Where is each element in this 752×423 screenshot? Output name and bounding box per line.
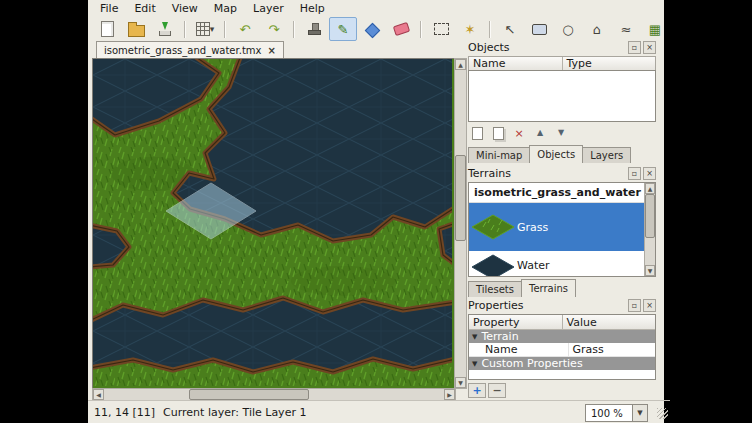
insert-polygon-button[interactable]: ⌂: [583, 17, 611, 41]
scroll-down-icon[interactable]: ▼: [645, 265, 655, 276]
menu-layer[interactable]: Layer: [245, 1, 292, 16]
float-dock-icon[interactable]: ▫: [628, 167, 641, 180]
close-dock-icon[interactable]: ×: [643, 167, 656, 180]
terrain-brush-button[interactable]: ✎: [329, 17, 357, 41]
polygon-icon: ⌂: [593, 23, 601, 36]
column-type[interactable]: Type: [563, 57, 656, 70]
tab-objects[interactable]: Objects: [529, 145, 583, 163]
terrains-scroll-thumb[interactable]: [645, 194, 655, 238]
collapse-triangle-icon[interactable]: ▼: [472, 333, 477, 341]
remove-object-button[interactable]: ×: [510, 125, 528, 142]
menu-edit[interactable]: Edit: [126, 1, 163, 16]
status-bar: 11, 14 [11] Current layer: Tile Layer 1 …: [88, 400, 670, 423]
chevron-down-icon: ▾: [210, 25, 215, 34]
stamp-brush-button[interactable]: [300, 17, 328, 41]
objects-dock-titlebar[interactable]: Objects ▫ ×: [468, 41, 656, 54]
close-tab-icon[interactable]: ×: [267, 45, 275, 56]
close-dock-icon[interactable]: ×: [643, 299, 656, 312]
current-layer-label: Current layer: Tile Layer 1: [163, 406, 306, 419]
save-button[interactable]: [151, 17, 179, 41]
menu-view[interactable]: View: [164, 1, 206, 16]
tab-mini-map[interactable]: Mini-map: [468, 147, 530, 163]
float-dock-icon[interactable]: ▫: [628, 41, 641, 54]
bucket-fill-button[interactable]: [358, 17, 386, 41]
insert-polyline-button[interactable]: ≈: [612, 17, 640, 41]
zoom-combobox[interactable]: 100 % ▼: [585, 404, 648, 422]
group-row-terrain[interactable]: ▼ Terrain: [469, 330, 655, 343]
insert-rectangle-button[interactable]: [525, 17, 553, 41]
eraser-button[interactable]: [387, 17, 415, 41]
tab-tilesets[interactable]: Tilesets: [468, 281, 522, 297]
zoom-value[interactable]: 100 %: [586, 408, 632, 419]
float-dock-icon[interactable]: ▫: [628, 299, 641, 312]
duplicate-object-button[interactable]: [489, 125, 507, 142]
scroll-down-icon[interactable]: ▼: [455, 377, 466, 388]
resize-grip[interactable]: [657, 408, 668, 419]
insert-ellipse-button[interactable]: ○: [554, 17, 582, 41]
vertical-scroll-thumb[interactable]: [455, 155, 466, 241]
view-dock-tabs: Mini-map Objects Layers: [468, 145, 656, 163]
horizontal-scroll-thumb[interactable]: [189, 389, 309, 400]
column-name[interactable]: Name: [469, 57, 563, 70]
main-toolbar: ▾ ↶ ↷ ✎ ✶ ↖ ○ ⌂ ≈ ▦: [88, 16, 664, 42]
raise-object-icon: ▲: [537, 129, 543, 137]
property-value[interactable]: Grass: [569, 343, 656, 356]
undo-button[interactable]: ↶: [231, 17, 259, 41]
select-objects-button[interactable]: ↖: [496, 17, 524, 41]
raise-object-button[interactable]: ▲: [531, 125, 549, 142]
remove-property-button[interactable]: −: [488, 383, 506, 398]
ellipse-icon: ○: [562, 23, 573, 36]
toolbar-separator: [224, 21, 226, 38]
menu-help[interactable]: Help: [292, 1, 333, 16]
new-map-button[interactable]: [93, 17, 121, 41]
properties-dock-titlebar[interactable]: Properties ▫ ×: [468, 299, 656, 312]
properties-toolbar: + −: [468, 380, 656, 398]
open-folder-icon: [128, 25, 145, 37]
add-property-button[interactable]: +: [468, 383, 486, 398]
document-tab[interactable]: isometric_grass_and_water.tmx ×: [96, 41, 284, 59]
rect-select-button[interactable]: [427, 17, 455, 41]
grid-icon: [196, 22, 210, 36]
scroll-up-icon[interactable]: ▲: [645, 183, 655, 194]
zoom-dropdown-icon[interactable]: ▼: [632, 405, 647, 421]
lower-object-button[interactable]: ▼: [552, 125, 570, 142]
tab-layers[interactable]: Layers: [582, 147, 631, 163]
property-row-name[interactable]: Name Grass: [469, 343, 655, 357]
magic-wand-icon: ✶: [465, 23, 476, 36]
toolbar-separator: [184, 21, 186, 38]
map-vertical-scrollbar[interactable]: ▲ ▼: [454, 58, 467, 389]
redo-button[interactable]: ↷: [260, 17, 288, 41]
scroll-left-icon[interactable]: ◀: [93, 389, 104, 400]
column-property[interactable]: Property: [469, 315, 563, 329]
collapse-triangle-icon[interactable]: ▼: [472, 360, 477, 368]
terrains-dock-titlebar[interactable]: Terrains ▫ ×: [468, 167, 656, 180]
terrain-row-water[interactable]: Water: [469, 251, 655, 277]
open-file-button[interactable]: [122, 17, 150, 41]
tab-terrains[interactable]: Terrains: [521, 279, 576, 297]
stamp-brush-icon: [308, 23, 321, 35]
close-dock-icon[interactable]: ×: [643, 41, 656, 54]
group-label: Terrain: [481, 330, 518, 343]
scroll-up-icon[interactable]: ▲: [455, 59, 466, 70]
redo-icon: ↷: [269, 23, 280, 36]
menu-map[interactable]: Map: [206, 1, 245, 16]
grass-tile-thumbnail: [469, 205, 517, 249]
toolbar-separator: [489, 21, 491, 38]
group-row-custom-properties[interactable]: ▼ Custom Properties: [469, 357, 655, 370]
magic-wand-button[interactable]: ✶: [456, 17, 484, 41]
terrain-row-grass[interactable]: Grass: [469, 203, 655, 251]
group-label: Custom Properties: [481, 357, 582, 370]
isometric-map: [93, 59, 452, 386]
lower-object-icon: ▼: [558, 129, 564, 137]
objects-list[interactable]: [468, 70, 656, 122]
menu-file[interactable]: File: [92, 1, 126, 16]
objects-dock-title: Objects: [468, 41, 510, 54]
tileset-name-row[interactable]: isometric_grass_and_water: [469, 183, 655, 203]
new-object-button[interactable]: [468, 125, 486, 142]
grid-options-button[interactable]: ▾: [191, 17, 219, 41]
terrains-scrollbar[interactable]: ▲ ▼: [644, 183, 655, 276]
scroll-right-icon[interactable]: ▶: [444, 389, 455, 400]
column-value[interactable]: Value: [563, 315, 656, 329]
map-canvas[interactable]: [92, 58, 455, 389]
insert-tile-button[interactable]: ▦: [641, 17, 669, 41]
